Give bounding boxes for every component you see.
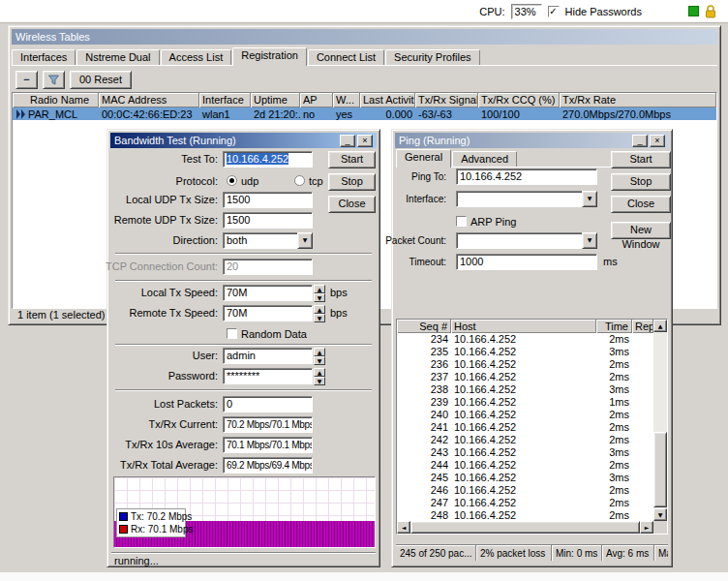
down-arrow-icon[interactable]: ▼ <box>314 293 325 302</box>
col-signal[interactable]: Tx/Rx Signal ... <box>415 93 478 107</box>
tab-connect-list[interactable]: Connect List <box>308 49 384 65</box>
ping-result-row[interactable]: 238 10.166.4.252 3ms 5 <box>397 383 667 396</box>
timeout-field[interactable]: 1000 <box>456 254 597 270</box>
chevron-down-icon[interactable]: ▼ <box>297 232 313 249</box>
scroll-up-icon[interactable]: ▲ <box>653 320 667 332</box>
col-time[interactable]: Time <box>596 320 632 333</box>
ping-titlebar[interactable]: Ping (Running) _ × <box>395 133 669 148</box>
scroll-right-icon[interactable]: ► <box>640 521 653 534</box>
down-arrow-icon[interactable]: ▼ <box>314 356 325 365</box>
down-arrow-icon[interactable]: ▼ <box>314 377 325 385</box>
lost-packets-field: 0 <box>223 396 313 413</box>
filter-button[interactable] <box>43 71 65 89</box>
up-arrow-icon[interactable]: ▲ <box>314 285 325 293</box>
reset-button[interactable]: 00 Reset <box>70 71 132 89</box>
remote-speed-stepper[interactable]: ▲▼ <box>314 305 325 321</box>
ping-result-row[interactable]: 234 10.166.4.252 2ms 5 <box>397 333 667 346</box>
password-field[interactable]: ******** <box>223 368 313 384</box>
random-data-checkbox[interactable] <box>227 328 237 339</box>
col-last-activity[interactable]: Last Activit... <box>360 93 415 107</box>
close-icon[interactable]: × <box>357 135 373 147</box>
tab-general[interactable]: General <box>396 149 451 168</box>
desktop-bottom-strip <box>0 572 728 581</box>
tcp-radio[interactable] <box>294 175 305 186</box>
ping-result-row[interactable]: 237 10.166.4.252 2ms 5 <box>397 371 667 383</box>
packet-count-dropdown[interactable] <box>456 232 597 249</box>
hide-passwords-checkbox[interactable]: ✓ <box>548 6 560 17</box>
tab-registration[interactable]: Registration <box>232 47 307 66</box>
scroll-left-icon[interactable]: ◄ <box>397 521 410 534</box>
col-wds[interactable]: W... <box>333 93 360 107</box>
up-arrow-icon[interactable]: ▲ <box>314 348 325 356</box>
col-mac-address[interactable]: MAC Address <box>99 93 199 107</box>
close-icon[interactable]: × <box>650 135 665 147</box>
time-cell: 3ms <box>596 383 632 396</box>
ping-result-row[interactable]: 242 10.166.4.252 2ms 5 <box>397 434 667 446</box>
ping-result-row[interactable]: 241 10.166.4.252 2ms 5 <box>397 421 667 434</box>
col-reply-size[interactable]: Reply Size <box>632 320 653 333</box>
remote-tx-speed-field[interactable]: 70M <box>223 305 313 321</box>
scroll-down-icon[interactable]: ▼ <box>653 508 667 521</box>
wireless-titlebar[interactable]: Wireless Tables <box>12 29 717 45</box>
tab-advanced[interactable]: Advanced <box>452 151 517 167</box>
stop-button[interactable]: Stop <box>328 173 376 191</box>
ping-tabs: General Advanced <box>396 149 518 167</box>
ping-result-row[interactable]: 239 10.166.4.252 1ms 5 <box>397 396 667 409</box>
user-field[interactable]: admin <box>223 348 313 364</box>
udp-radio[interactable] <box>227 175 237 186</box>
bandwidth-titlebar[interactable]: Bandwidth Test (Running) _ × <box>110 133 377 148</box>
minimize-button[interactable]: _ <box>340 135 355 147</box>
ping-result-row[interactable]: 246 10.166.4.252 2ms 5 <box>397 484 667 497</box>
new-window-button[interactable]: New Window <box>611 222 671 239</box>
close-button[interactable]: Close <box>328 196 376 213</box>
tab-nstreme-dual[interactable]: Nstreme Dual <box>76 49 159 65</box>
down-arrow-icon[interactable]: ▼ <box>314 314 325 322</box>
host-cell: 10.166.4.252 <box>451 472 596 484</box>
up-arrow-icon[interactable]: ▲ <box>314 305 325 314</box>
start-button[interactable]: Start <box>611 151 671 168</box>
ping-result-row[interactable]: 240 10.166.4.252 2ms 5 <box>397 409 667 421</box>
scrollbar-thumb[interactable] <box>653 432 667 507</box>
vertical-scrollbar[interactable]: ▲ ▼ <box>653 320 667 521</box>
tab-access-list[interactable]: Access List <box>161 49 232 65</box>
col-host[interactable]: Host <box>451 320 596 333</box>
col-radio-name[interactable]: Radio Name <box>13 93 99 107</box>
ping-result-row[interactable]: 247 10.166.4.252 2ms 5 <box>397 497 667 509</box>
col-ccq[interactable]: Tx/Rx CCQ (%) <box>478 93 560 107</box>
user-stepper[interactable]: ▲▼ <box>314 348 325 364</box>
col-ap[interactable]: AP <box>300 93 333 107</box>
minimize-button[interactable]: _ <box>632 135 648 147</box>
interface-dropdown[interactable] <box>456 191 597 207</box>
test-to-field[interactable]: 10.166.4.252 <box>223 151 313 168</box>
local-udp-size-field[interactable]: 1500 <box>223 192 313 208</box>
ping-result-row[interactable]: 236 10.166.4.252 2ms 5 <box>397 358 667 371</box>
chevron-down-icon[interactable]: ▼ <box>582 191 597 207</box>
arp-ping-checkbox[interactable] <box>456 216 467 227</box>
local-speed-stepper[interactable]: ▲▼ <box>314 285 325 301</box>
local-tx-speed-field[interactable]: 70M <box>223 285 313 301</box>
ping-to-field[interactable]: 10.166.4.252 <box>456 168 597 185</box>
ping-result-row[interactable]: 245 10.166.4.252 3ms 5 <box>397 472 667 484</box>
close-button[interactable]: Close <box>611 196 671 213</box>
col-seq[interactable]: Seq # <box>397 320 451 333</box>
up-arrow-icon[interactable]: ▲ <box>314 368 325 377</box>
scrollbar-thumb[interactable] <box>410 521 640 534</box>
host-cell: 10.166.4.252 <box>451 358 596 371</box>
ping-result-row[interactable]: 244 10.166.4.252 2ms 5 <box>397 459 667 472</box>
horizontal-scrollbar[interactable]: ◄ ► <box>397 521 653 534</box>
remote-udp-size-field[interactable]: 1500 <box>223 212 313 229</box>
ping-result-row[interactable]: 235 10.166.4.252 3ms 5 <box>397 346 667 358</box>
col-rate[interactable]: Tx/Rx Rate <box>560 93 716 107</box>
stop-button[interactable]: Stop <box>611 173 671 191</box>
tab-interfaces[interactable]: Interfaces <box>12 49 76 65</box>
remove-button[interactable]: − <box>15 71 38 89</box>
col-interface[interactable]: Interface <box>199 93 251 107</box>
tab-security-profiles[interactable]: Security Profiles <box>385 49 479 65</box>
seq-cell: 244 <box>397 459 451 472</box>
chevron-down-icon[interactable]: ▼ <box>582 232 597 249</box>
col-uptime[interactable]: Uptime <box>251 93 300 107</box>
registration-row[interactable]: PAR_MCL 00:0C:42:66:ED:23 wlan1 2d 21:20… <box>13 107 716 120</box>
start-button[interactable]: Start <box>328 151 376 168</box>
password-stepper[interactable]: ▲▼ <box>314 368 325 384</box>
ping-result-row[interactable]: 243 10.166.4.252 3ms 5 <box>397 446 667 459</box>
